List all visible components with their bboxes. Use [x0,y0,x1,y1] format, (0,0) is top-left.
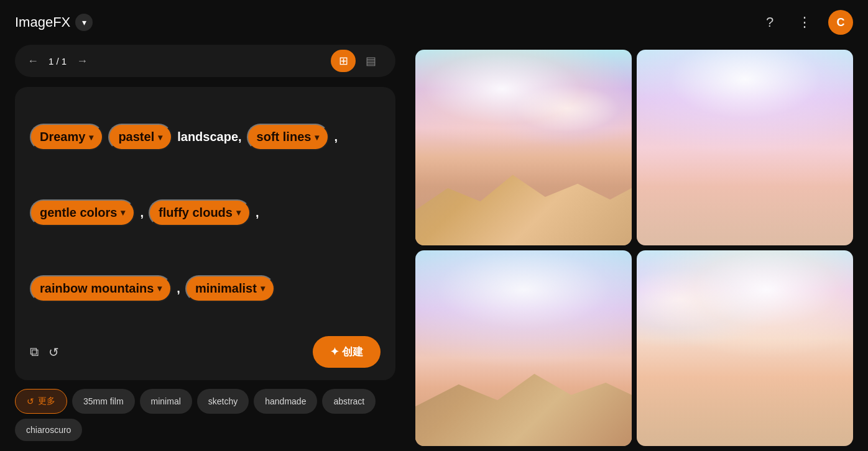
tag-pastel[interactable]: pastel ▾ [108,124,172,150]
create-button-label: ✦ 创建 [330,345,363,359]
tag-minimalist-label: minimalist [195,281,257,296]
generated-image-2[interactable] [637,50,853,245]
left-panel: ← 1 / 1 → ⊞ ▤ Dreamy ▾ [0,45,410,451]
main-content: ← 1 / 1 → ⊞ ▤ Dreamy ▾ [0,45,868,451]
logo-dropdown-button[interactable]: ▾ [75,14,93,31]
view-toggle: ⊞ ▤ [331,50,383,72]
tag-soft-lines-label: soft lines [257,130,312,144]
style-chip-abstract[interactable]: abstract [322,389,376,414]
app-header: ImageFX ▾ ? ⋮ C [0,0,868,45]
refresh-icon: ↺ [48,345,59,360]
grid-view-button[interactable]: ⊞ [331,50,356,72]
style-chip-sketchy-label: sketchy [208,396,238,406]
tag-dreamy[interactable]: Dreamy ▾ [30,124,103,150]
style-chips-row: ↺ 更多 35mm film minimal sketchy handmade … [15,380,395,441]
style-chip-handmade-label: handmade [265,396,306,406]
tag-minimalist[interactable]: minimalist ▾ [185,275,275,302]
separator-2: , [140,206,144,220]
refresh-icon: ↺ [27,396,34,406]
generated-image-1[interactable] [415,50,632,245]
single-icon: ▤ [366,54,376,68]
more-icon: ⋮ [798,14,811,30]
app-title: ImageFX [15,14,70,30]
logo-area: ImageFX ▾ [15,14,93,31]
style-chip-sketchy[interactable]: sketchy [197,389,249,414]
generated-image-3[interactable] [415,250,632,446]
prev-page-button[interactable]: ← [27,55,39,68]
chevron-down-icon: ▾ [82,17,86,27]
page-number: 1 / 1 [48,56,67,66]
chevron-down-icon: ▾ [236,207,241,217]
copy-button[interactable]: ⧉ [30,345,39,359]
prompt-area: Dreamy ▾ pastel ▾ landscape, soft lines … [15,87,395,380]
chevron-down-icon: ▾ [158,132,162,142]
generated-image-4[interactable] [637,250,853,446]
separator-4: , [177,281,180,296]
style-chip-abstract-label: abstract [333,396,364,406]
header-right: ? ⋮ C [759,10,853,35]
help-icon: ? [766,14,773,30]
style-chip-more-label: 更多 [38,396,55,407]
style-chip-minimal[interactable]: minimal [140,389,192,414]
tag-soft-lines[interactable]: soft lines ▾ [247,124,330,150]
pagination-bar: ← 1 / 1 → ⊞ ▤ [15,45,395,77]
chevron-down-icon: ▾ [315,132,319,142]
style-chip-minimal-label: minimal [151,396,181,406]
next-page-button[interactable]: → [76,55,88,68]
image-grid [410,45,868,451]
static-text-landscape: landscape, [177,130,241,144]
tag-dreamy-label: Dreamy [40,130,85,144]
tag-rainbow-mountains[interactable]: rainbow mountains ▾ [30,275,172,302]
action-icons: ⧉ ↺ [30,345,59,360]
chevron-down-icon: ▾ [121,207,125,217]
chevron-down-icon: ▾ [261,283,265,293]
tag-fluffy-clouds[interactable]: fluffy clouds ▾ [149,199,251,226]
style-chips: ↺ 更多 35mm film minimal sketchy handmade … [15,389,395,441]
avatar-letter: C [837,16,845,29]
tag-gentle-colors[interactable]: gentle colors ▾ [30,199,135,226]
style-chip-more[interactable]: ↺ 更多 [15,389,67,414]
tag-pastel-label: pastel [118,130,154,144]
tag-rainbow-mountains-label: rainbow mountains [40,281,154,296]
style-chip-handmade[interactable]: handmade [254,389,317,414]
refresh-prompt-button[interactable]: ↺ [48,345,59,360]
style-chip-35mm-film[interactable]: 35mm film [72,389,135,414]
style-chip-chiaroscuro-label: chiaroscuro [26,425,71,435]
prompt-tags: Dreamy ▾ pastel ▾ landscape, soft lines … [30,102,381,324]
tag-fluffy-clouds-label: fluffy clouds [159,206,233,220]
action-row: ⧉ ↺ ✦ 创建 [30,336,381,368]
separator-3: , [256,206,259,220]
separator-1: , [334,130,338,144]
grid-icon: ⊞ [339,54,348,68]
create-button[interactable]: ✦ 创建 [313,336,381,368]
chevron-down-icon: ▾ [157,283,162,293]
avatar[interactable]: C [828,10,853,35]
more-options-button[interactable]: ⋮ [793,11,816,34]
pagination-nav: ← 1 / 1 → [27,55,88,68]
tag-gentle-colors-label: gentle colors [40,206,117,220]
single-view-button[interactable]: ▤ [358,50,383,72]
chevron-down-icon: ▾ [89,132,93,142]
style-chip-chiaroscuro[interactable]: chiaroscuro [15,419,82,441]
copy-icon: ⧉ [30,345,39,359]
help-button[interactable]: ? [759,11,781,34]
style-chip-35mm-label: 35mm film [83,396,124,406]
